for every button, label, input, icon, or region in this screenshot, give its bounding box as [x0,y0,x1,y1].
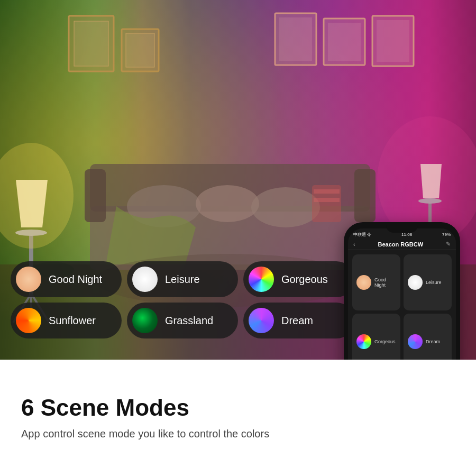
gorgeous-icon [249,267,274,292]
phone-scene-leisure[interactable]: Leisure [404,254,452,310]
phone-signal: 中联通 令 [353,232,371,237]
phone-edit-icon[interactable]: ✎ [446,241,451,248]
scene-btn-dream[interactable]: Dream [243,303,354,338]
svg-rect-22 [354,169,376,222]
grassland-icon [132,308,158,333]
scene-btn-goodnight[interactable]: Good Night [11,261,122,297]
phone-gorgeous-icon [356,334,371,349]
phone-leisure-label: Leisure [426,280,442,285]
phone-goodnight-icon [356,275,371,290]
phone-app-header: ‹ Beacon RGBCW ✎ [348,239,456,250]
svg-rect-14 [279,17,312,61]
leisure-label: Leisure [165,273,200,286]
phone-mockup: 中联通 令 11:08 79% ‹ Beacon RGBCW ✎ Good Ni… [344,222,460,360]
scene-btn-sunflower[interactable]: Sunflower [11,303,122,338]
svg-point-24 [196,185,259,222]
scene-modes-description: App control scene mode you like to contr… [21,426,455,441]
svg-rect-16 [328,23,361,61]
phone-scene-goodnight[interactable]: Good Night [352,254,400,310]
phone-back-icon[interactable]: ‹ [353,241,355,248]
info-section: 6 Scene Modes App control scene mode you… [0,360,476,476]
gorgeous-label: Gorgeous [281,273,328,286]
goodnight-label: Good Night [49,273,102,286]
scene-btn-leisure[interactable]: Leisure [127,261,238,297]
grassland-label: Grassland [165,315,213,327]
phone-scene-gorgeous[interactable]: Gorgeous [352,314,400,360]
phone-battery: 79% [442,232,451,237]
phone-dream-label: Dream [426,339,440,344]
scene-btn-grassland[interactable]: Grassland [127,303,238,338]
scene-btn-gorgeous[interactable]: Gorgeous [243,261,354,297]
phone-screen: 中联通 令 11:08 79% ‹ Beacon RGBCW ✎ Good Ni… [348,228,456,360]
svg-rect-21 [85,169,106,222]
phone-notch [386,222,418,233]
sunflower-icon [16,308,41,333]
svg-rect-12 [126,33,154,67]
photo-section: Good Night Leisure Gorgeous Sunflower Gr… [0,0,476,360]
svg-point-25 [251,187,320,227]
phone-scene-dream[interactable]: Dream [404,314,452,360]
phone-gorgeous-label: Gorgeous [374,339,396,344]
phone-goodnight-label: Good Night [374,277,396,288]
leisure-icon [132,267,158,292]
page-root: Good Night Leisure Gorgeous Sunflower Gr… [0,0,476,476]
goodnight-icon [16,267,41,292]
phone-dream-icon [408,334,423,349]
phone-scene-grid: Good Night Leisure Gorgeous Dream [348,250,456,360]
dream-icon [249,308,274,333]
scene-modes-title: 6 Scene Modes [21,395,455,421]
phone-leisure-icon [408,275,423,290]
scene-buttons-grid: Good Night Leisure Gorgeous Sunflower Gr… [11,261,354,338]
svg-rect-10 [74,21,108,66]
svg-rect-27 [314,189,340,194]
phone-app-title: Beacon RGBCW [378,241,424,248]
phone-outer: 中联通 令 11:08 79% ‹ Beacon RGBCW ✎ Good Ni… [344,222,460,360]
sunflower-label: Sunflower [49,315,96,327]
svg-rect-28 [314,198,340,202]
dream-label: Dream [281,315,313,327]
phone-time: 11:08 [401,232,412,237]
svg-rect-18 [377,20,409,62]
